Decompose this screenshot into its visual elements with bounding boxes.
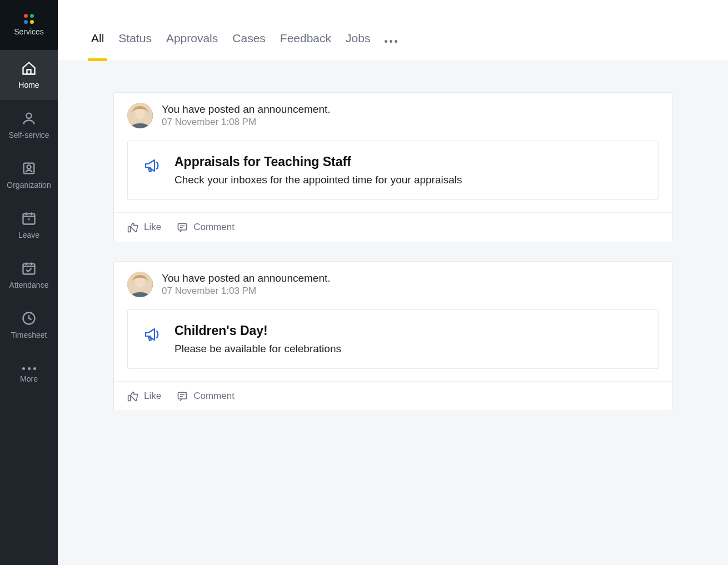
org-icon [21, 161, 37, 176]
feed-card: You have posted an announcement. 07 Nove… [113, 261, 672, 411]
comment-label: Comment [193, 391, 235, 402]
sidebar-item-more[interactable]: More [0, 350, 58, 400]
sidebar-item-self-service[interactable]: Self-service [0, 100, 58, 150]
user-icon [21, 111, 37, 126]
sidebar-item-label: Organization [7, 181, 51, 189]
svg-rect-11 [178, 392, 187, 399]
card-actions: Like Comment [114, 381, 672, 411]
megaphone-icon [143, 326, 161, 343]
tab-jobs[interactable]: Jobs [346, 32, 370, 61]
announcement-title: Children's Day! [174, 323, 341, 338]
comment-button[interactable]: Comment [177, 222, 235, 233]
home-icon [21, 61, 37, 76]
sidebar-item-label: More [20, 374, 38, 383]
calendar-alert-icon [21, 211, 37, 226]
sidebar-item-label: Attendance [9, 281, 49, 289]
calendar-check-icon [21, 261, 37, 276]
sidebar-item-leave[interactable]: Leave [0, 200, 58, 250]
sidebar-item-label: Timesheet [11, 331, 47, 339]
comment-button[interactable]: Comment [177, 391, 235, 402]
like-button[interactable]: Like [127, 222, 161, 233]
app-logo-icon [21, 14, 37, 24]
announcement-box: Appraisals for Teaching Staff Check your… [127, 141, 659, 200]
sidebar-item-label: Home [18, 81, 39, 89]
sidebar-item-organization[interactable]: Organization [0, 150, 58, 200]
tab-all[interactable]: All [91, 32, 104, 61]
avatar[interactable] [127, 103, 153, 128]
announcement-box: Children's Day! Please be available for … [127, 309, 659, 369]
sidebar-item-attendance[interactable]: Attendance [0, 250, 58, 300]
tab-status[interactable]: Status [118, 32, 152, 61]
card-header: You have posted an announcement. 07 Nove… [114, 93, 672, 134]
svg-rect-8 [178, 223, 187, 230]
tabs-bar: All Status Approvals Cases Feedback Jobs [58, 0, 728, 61]
like-label: Like [144, 222, 161, 233]
announcement-title: Appraisals for Teaching Staff [174, 154, 462, 169]
svg-point-0 [26, 113, 31, 118]
tab-cases[interactable]: Cases [232, 32, 266, 61]
card-header-text: You have posted an announcement. [162, 272, 331, 284]
tab-more[interactable] [385, 40, 397, 61]
sidebar-item-label: Leave [18, 231, 39, 239]
more-icon [22, 367, 36, 370]
sidebar-item-home[interactable]: Home [0, 50, 58, 100]
tab-feedback[interactable]: Feedback [280, 32, 331, 61]
activity-feed[interactable]: You have posted an announcement. 07 Nove… [58, 61, 728, 565]
svg-point-10 [135, 277, 145, 288]
main-content: All Status Approvals Cases Feedback Jobs… [58, 0, 728, 565]
services-button[interactable]: Services [0, 0, 58, 50]
megaphone-icon [143, 157, 161, 174]
feed-card: You have posted an announcement. 07 Nove… [113, 92, 672, 242]
sidebar: Services Home Self-service Organization … [0, 0, 58, 565]
svg-point-7 [135, 108, 145, 119]
svg-rect-4 [23, 264, 35, 274]
svg-point-2 [27, 165, 31, 169]
card-timestamp: 07 November 1:08 PM [162, 117, 331, 128]
clock-icon [21, 311, 37, 326]
comment-label: Comment [193, 222, 235, 233]
sidebar-item-timesheet[interactable]: Timesheet [0, 300, 58, 350]
services-label: Services [14, 27, 44, 36]
tab-approvals[interactable]: Approvals [166, 32, 218, 61]
sidebar-item-label: Self-service [8, 131, 49, 139]
like-button[interactable]: Like [127, 391, 161, 402]
card-actions: Like Comment [114, 212, 672, 242]
card-timestamp: 07 November 1:03 PM [162, 286, 331, 297]
card-header-text: You have posted an announcement. [162, 103, 331, 116]
announcement-body: Please be available for celebrations [174, 343, 341, 355]
avatar[interactable] [127, 272, 153, 297]
like-label: Like [144, 391, 161, 402]
announcement-body: Check your inboxes for the appointed tim… [174, 174, 462, 186]
card-header: You have posted an announcement. 07 Nove… [114, 262, 672, 303]
